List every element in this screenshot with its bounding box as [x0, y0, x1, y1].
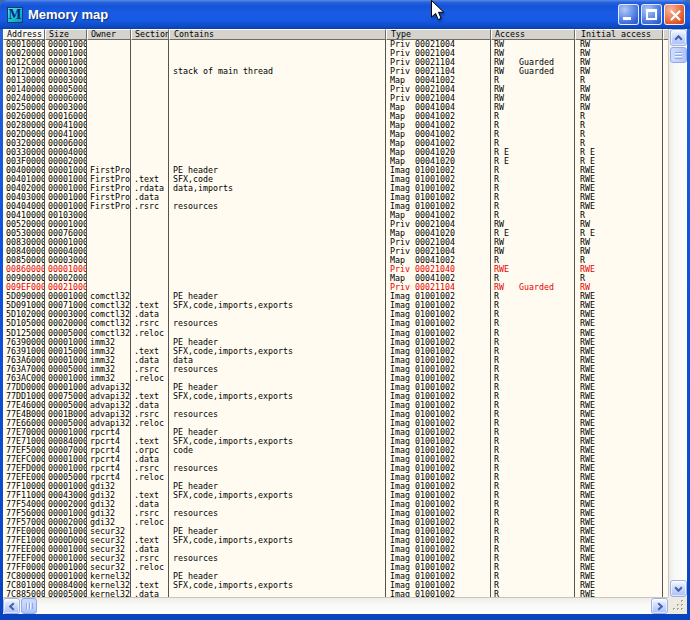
column-header-size[interactable]: Size — [45, 29, 87, 40]
table-row[interactable]: 77E7100000084000rpcrt4.textSFX,code,impo… — [3, 437, 668, 446]
close-button[interactable] — [664, 4, 685, 25]
table-row[interactable]: 77EFC00000001000rpcrt4.dataImag 01001002… — [3, 455, 668, 464]
table-row[interactable]: 0032000000006000Map 00041002RR — [3, 139, 668, 148]
cell-type: Imag 01001002 — [386, 536, 491, 545]
table-row[interactable]: 77DD100000075000advapi32.textSFX,code,im… — [3, 392, 668, 401]
table-row[interactable]: 0040400000001000FirstPro.rsrcresourcesIm… — [3, 202, 668, 211]
cell-initial: RWE — [575, 401, 663, 410]
table-row[interactable]: 0014000000005000Priv 00021004RWRW — [3, 85, 668, 94]
scroll-right-button[interactable] — [651, 598, 668, 614]
cell-contains — [169, 211, 386, 220]
table-row[interactable]: 0086000000001000Priv 00021040RWERWE — [3, 265, 668, 274]
table-row[interactable]: 77F5400000002000gdi32.dataImag 01001002R… — [3, 500, 668, 509]
table-row[interactable]: 763A700000005000imm32.rsrcresourcesImag … — [3, 365, 668, 374]
table-row[interactable]: 5D10500000020000comctl32.rsrcresourcesIm… — [3, 319, 668, 328]
table-row[interactable]: 0040000000001000FirstProPE headerImag 01… — [3, 166, 668, 175]
cell-contains — [169, 94, 386, 103]
table-row[interactable]: 003F000000002000Map 00041020R ER E — [3, 157, 668, 166]
table-row[interactable]: 77FEE00000001000secur32.dataImag 0100100… — [3, 545, 668, 554]
table-row[interactable]: 77FE10000000D000secur32.textSFX,code,imp… — [3, 536, 668, 545]
table-row[interactable]: 77EFD00000001000rpcrt4.rsrcresourcesImag… — [3, 464, 668, 473]
table-row[interactable]: 002D000000041000Map 00041002RR — [3, 130, 668, 139]
table-row[interactable]: 77EF500000007000rpcrt4.orpccodeImag 0100… — [3, 446, 668, 455]
column-header-owner[interactable]: Owner — [87, 29, 131, 40]
cell-section: .data — [131, 310, 169, 319]
table-row[interactable]: 77E4B0000001B000advapi32.rsrcresourcesIm… — [3, 410, 668, 419]
scroll-up-button[interactable] — [670, 29, 687, 46]
vertical-scrollbar[interactable] — [668, 29, 687, 597]
table-row[interactable]: 77F1000000001000gdi32PE headerImag 01001… — [3, 482, 668, 491]
table-row[interactable]: 0053000000076000Map 00041020R ER E — [3, 229, 668, 238]
table-row[interactable]: 0028000000041000Map 00041002RR — [3, 121, 668, 130]
table-row[interactable]: 7C80100000084000kernel32.textSFX,code,im… — [3, 581, 668, 590]
table-row[interactable]: 77FE000000001000secur32PE headerImag 010… — [3, 527, 668, 536]
cell-owner: secur32 — [87, 563, 131, 572]
table-row[interactable]: 0024000000006000Priv 00021004RWRW — [3, 94, 668, 103]
table-row[interactable]: 77FEF00000001000secur32.rsrcresourcesIma… — [3, 554, 668, 563]
table-row[interactable]: 0026000000016000Map 00041002RR — [3, 112, 668, 121]
table-row[interactable]: 0052000000001000Priv 00021004RWRW — [3, 220, 668, 229]
table-row[interactable]: 0025000000003000Map 00041004RWRW — [3, 103, 668, 112]
cell-size: 00002000 — [45, 518, 87, 527]
table-row[interactable]: 0001000000001000Priv 00021004RWRW — [3, 40, 668, 49]
column-header-contains[interactable]: Contains — [169, 29, 386, 40]
table-row[interactable]: 0084000000004000Priv 00021004RWRW — [3, 247, 668, 256]
table-row[interactable]: 5D09100000071000comctl32.textSFX,code,im… — [3, 301, 668, 310]
resize-grip-icon[interactable] — [672, 599, 685, 612]
table-row[interactable]: 77EFE00000005000rpcrt4.relocImag 0100100… — [3, 473, 668, 482]
cell-section: .data — [131, 500, 169, 509]
table-row[interactable]: 009EF00000021000Priv 00021104RW GuardedR… — [3, 283, 668, 292]
table-row[interactable]: 0002000000001000Priv 00021004RWRW — [3, 49, 668, 58]
table-row[interactable]: 77DD000000001000advapi32PE headerImag 01… — [3, 383, 668, 392]
maximize-button[interactable] — [641, 4, 662, 25]
table-row[interactable]: 0013000000003000Map 00041002RR — [3, 76, 668, 85]
horizontal-scroll-thumb[interactable] — [21, 598, 37, 614]
table-row[interactable]: 77F5700000002000gdi32.relocImag 01001002… — [3, 518, 668, 527]
table-row[interactable]: 7639000000001000imm32PE headerImag 01001… — [3, 338, 668, 347]
table-row[interactable]: 77F5600000001000gdi32.rsrcresourcesImag … — [3, 509, 668, 518]
table-row[interactable]: 5D09000000001000comctl32PE headerImag 01… — [3, 292, 668, 301]
column-header-address[interactable]: Address — [3, 29, 45, 40]
table-row[interactable]: 763A600000001000imm32.datadataImag 01001… — [3, 356, 668, 365]
cell-address: 00140000 — [3, 85, 45, 94]
table-row[interactable]: 0041000000103000Map 00041002RR — [3, 211, 668, 220]
table-row[interactable]: 0040200000001000FirstPro.rdatadata,impor… — [3, 184, 668, 193]
scroll-down-button[interactable] — [670, 580, 687, 597]
horizontal-scrollbar[interactable] — [3, 597, 668, 614]
cell-owner: advapi32 — [87, 419, 131, 428]
minimize-icon — [623, 17, 631, 20]
table-row[interactable]: 0012D00000003000stack of main threadPriv… — [3, 67, 668, 76]
cell-section: .rsrc — [131, 509, 169, 518]
cell-owner: gdi32 — [87, 509, 131, 518]
table-row[interactable]: 5D12500000005000comctl32.relocImag 01001… — [3, 329, 668, 338]
cell-section — [131, 67, 169, 76]
table-row[interactable]: 77E7000000001000rpcrt4PE headerImag 0100… — [3, 428, 668, 437]
table-row[interactable]: 0040300000001000FirstPro.dataImag 010010… — [3, 193, 668, 202]
table-row[interactable]: 7C80000000001000kernel32PE headerImag 01… — [3, 572, 668, 581]
table-row[interactable]: 77E4600000005000advapi32.dataImag 010010… — [3, 401, 668, 410]
vertical-scroll-thumb[interactable] — [670, 47, 687, 63]
table-row[interactable]: 0012C00000001000Priv 00021104RW GuardedR… — [3, 58, 668, 67]
table-row[interactable]: 77FF000000001000secur32.relocImag 010010… — [3, 563, 668, 572]
table-row[interactable]: 0040100000001000FirstPro.textSFX,codeIma… — [3, 175, 668, 184]
table-row[interactable]: 0033000000004000Map 00041020R ER E — [3, 148, 668, 157]
table-row[interactable]: 5D10200000003000comctl32.dataImag 010010… — [3, 310, 668, 319]
table-row[interactable]: 7639100000015000imm32.textSFX,code,impor… — [3, 347, 668, 356]
table-row[interactable]: 763AC00000001000imm32.relocImag 01001002… — [3, 374, 668, 383]
cell-access: R E — [491, 148, 575, 157]
table-row[interactable]: 0083000000001000Priv 00021004RWRW — [3, 238, 668, 247]
column-header-section[interactable]: Section — [131, 29, 169, 40]
cell-access: R — [491, 536, 575, 545]
minimize-button[interactable] — [618, 4, 639, 25]
table-row[interactable]: 0085000000003000Map 00041002RR — [3, 256, 668, 265]
table-row[interactable]: 77F1100000043000gdi32.textSFX,code,impor… — [3, 491, 668, 500]
table-row[interactable]: 0090000000002000Map 00041002RR — [3, 274, 668, 283]
scroll-left-button[interactable] — [3, 598, 20, 614]
cell-section — [131, 383, 169, 392]
column-header-initial-access[interactable]: Initial access — [575, 29, 663, 40]
table-row[interactable]: 77E6600000005000advapi32.relocImag 01001… — [3, 419, 668, 428]
table-row[interactable]: 7C88500000005000kernel32.dataImag 010010… — [3, 590, 668, 597]
cell-address: 00020000 — [3, 49, 45, 58]
column-header-access[interactable]: Access — [491, 29, 575, 40]
column-header-type[interactable]: Type — [386, 29, 491, 40]
